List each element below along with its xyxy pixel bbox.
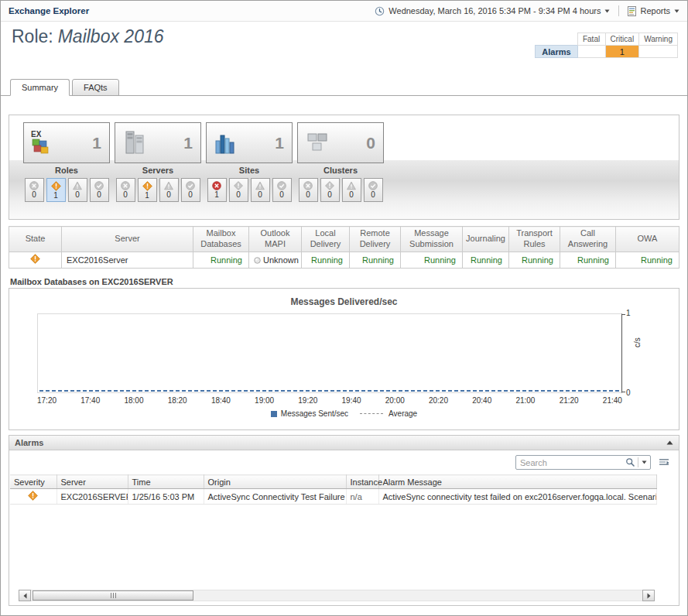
server-col-outlook-mapi[interactable]: Outlook MAPI — [249, 227, 302, 252]
alarms-col-alarm-message[interactable]: Alarm Message — [378, 475, 657, 489]
status-text: Running — [471, 255, 502, 265]
alarm-filter-fatal[interactable]: 1 — [207, 178, 227, 202]
alarm-filter-warning[interactable]: 0 — [342, 178, 361, 202]
alarm-count: 0 — [349, 191, 354, 199]
service-status-journaling: Running — [463, 252, 509, 268]
scroll-left-button[interactable] — [19, 590, 31, 601]
page-title-name: Mailbox 2016 — [58, 26, 164, 46]
alarm-filter-warning[interactable]: 0 — [251, 178, 270, 202]
horizontal-scrollbar[interactable] — [19, 590, 655, 601]
alarms-col-server[interactable]: Server — [56, 475, 128, 489]
tile-sites-box[interactable]: 1 — [206, 122, 293, 163]
critical-icon[interactable] — [30, 254, 40, 264]
x-tick: 18:40 — [211, 396, 231, 405]
breadcrumb-exchange-explorer[interactable]: Exchange Explorer — [9, 6, 89, 15]
timerange-selector[interactable]: Wednesday, March 16, 2016 5:34 PM - 9:34… — [388, 6, 601, 15]
server-table-row: EXC2016ServerRunningUnknownRunningRunnin… — [9, 252, 679, 268]
service-status-mailbox-databases: Running — [193, 252, 249, 268]
tile-alarm-counts: 1000 — [206, 178, 293, 202]
service-status-local-delivery: Running — [302, 252, 350, 268]
alarm-filter-normal[interactable]: 0 — [364, 178, 383, 202]
scrollbar-track[interactable] — [31, 590, 642, 601]
alarm-count: 1 — [214, 191, 219, 199]
alarm-count: 0 — [327, 191, 332, 199]
tile-label: Clusters — [297, 166, 384, 176]
server-col-remote-delivery[interactable]: Remote Delivery — [350, 227, 401, 252]
chart-legend: Messages Sent/sec Average — [9, 409, 679, 418]
alarm-count: 0 — [32, 191, 36, 199]
x-tick: 20:20 — [429, 396, 448, 405]
alarm-filter-fatal[interactable]: 0 — [299, 178, 318, 202]
fatal-count-cell[interactable] — [577, 46, 605, 58]
timerange-caret-icon[interactable] — [604, 9, 610, 13]
server-col-mailbox-databases[interactable]: Mailbox Databases — [193, 227, 249, 252]
alarm-filter-normal[interactable]: 0 — [181, 178, 200, 202]
y-axis-tick-min: 0 — [626, 388, 631, 397]
collapse-panel-icon[interactable] — [666, 440, 673, 445]
scroll-right-button[interactable] — [642, 590, 655, 601]
alarm-count: 1 — [145, 192, 149, 200]
alarm-row[interactable]: EXC2016SERVER1/25/16 5:03 PMActiveSync C… — [10, 489, 657, 505]
x-tick: 19:00 — [255, 396, 274, 405]
scroll-right-icon — [647, 593, 651, 599]
status-text: Running — [522, 255, 553, 265]
alarm-count: 0 — [306, 191, 310, 199]
alarms-col-time[interactable]: Time — [128, 475, 204, 489]
alarms-panel-header[interactable]: Alarms — [9, 436, 679, 450]
sites-icon — [211, 128, 241, 158]
search-separator — [638, 457, 638, 467]
alarm-filter-critical[interactable]: 0 — [320, 178, 340, 202]
alarms-col-severity[interactable]: Severity — [10, 475, 56, 489]
alarm-count: 0 — [258, 191, 262, 199]
reports-menu[interactable]: Reports — [640, 6, 670, 15]
search-options-caret-icon[interactable] — [642, 460, 647, 464]
page-title-prefix: Role: — [12, 26, 53, 46]
critical-icon — [51, 181, 61, 191]
alarms-col-origin[interactable]: Origin — [204, 475, 346, 489]
legend-swatch-messages — [271, 411, 277, 417]
server-name-cell[interactable]: EXC2016Server — [62, 252, 193, 268]
warning-count-cell[interactable] — [639, 46, 678, 58]
tile-roles-box[interactable]: EX1 — [23, 122, 110, 163]
alarm-filter-fatal[interactable]: 0 — [116, 178, 135, 202]
server-col-server[interactable]: Server — [62, 227, 193, 252]
alarm-filter-warning[interactable]: 0 — [159, 178, 179, 202]
scrollbar-thumb[interactable] — [33, 590, 193, 601]
server-col-owa[interactable]: OWA — [616, 227, 679, 252]
server-col-local-delivery[interactable]: Local Delivery — [302, 227, 350, 252]
alarm-filter-normal[interactable]: 0 — [90, 178, 109, 202]
alarm-filter-fatal[interactable]: 0 — [25, 178, 44, 202]
status-text: Running — [641, 255, 673, 265]
alarm-count: 0 — [188, 191, 193, 199]
tile-alarm-counts: 0100 — [115, 178, 201, 202]
alarm-filter-warning[interactable]: 0 — [68, 178, 87, 202]
alarm-filter-critical[interactable]: 1 — [46, 178, 66, 202]
fatal-gray-icon — [29, 181, 39, 190]
tab-faqts[interactable]: FAQts — [72, 79, 119, 96]
server-col-call-answering[interactable]: Call Answering — [560, 227, 616, 252]
server-col-state[interactable]: State — [9, 227, 62, 252]
server-col-journaling[interactable]: Journaling — [463, 227, 509, 252]
critical-gray-icon — [325, 181, 334, 190]
server-col-transport-rules[interactable]: Transport Rules — [509, 227, 560, 252]
table-customizer-icon[interactable] — [659, 457, 669, 467]
tile-servers-box[interactable]: 1 — [115, 122, 201, 163]
critical-count-cell[interactable]: 1 — [605, 46, 639, 58]
server-col-message-submission[interactable]: Message Submission — [401, 227, 463, 252]
search-box[interactable] — [515, 455, 651, 470]
servers-icon — [120, 128, 149, 158]
tile-clusters-box[interactable]: 0 — [297, 122, 384, 163]
alarms-col-instance[interactable]: Instance — [346, 475, 378, 489]
reports-caret-icon[interactable] — [674, 9, 679, 13]
tab-summary[interactable]: Summary — [10, 79, 70, 96]
tab-strip: SummaryFAQts — [10, 79, 119, 96]
top-bar: Exchange Explorer Wednesday, March 16, 2… — [1, 1, 687, 22]
alarm-filter-critical[interactable]: 1 — [138, 178, 157, 202]
critical-icon — [142, 181, 152, 191]
status-text: Running — [362, 255, 394, 265]
x-tick: 20:00 — [385, 396, 405, 405]
search-input[interactable] — [520, 458, 625, 467]
alarm-filter-critical[interactable]: 0 — [229, 178, 248, 202]
alarm-filter-normal[interactable]: 0 — [272, 178, 292, 202]
search-icon[interactable] — [625, 457, 635, 467]
